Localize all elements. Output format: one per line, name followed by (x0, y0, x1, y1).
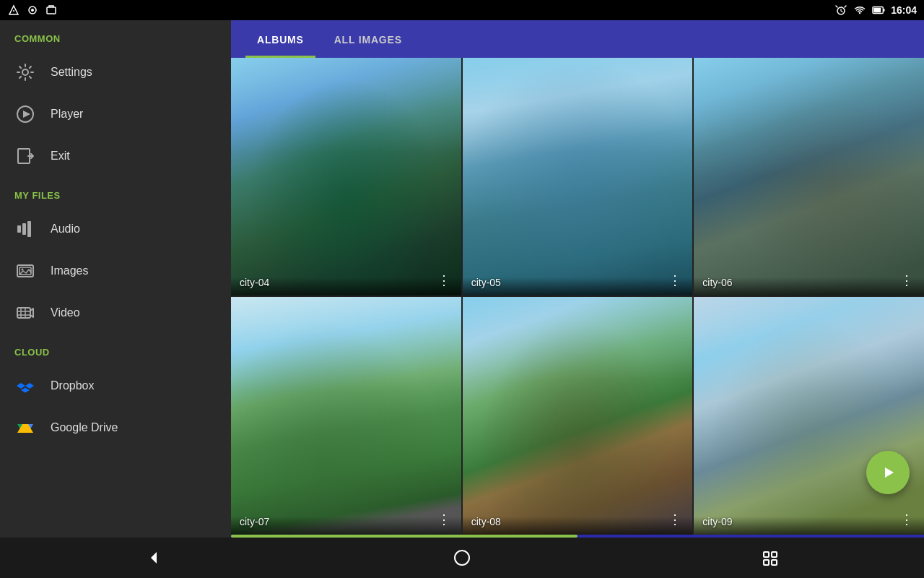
bottom-nav (0, 538, 924, 578)
section-cloud: CLOUD (0, 334, 231, 365)
photo-overlay-city05: city-05 ⋮ (463, 265, 693, 296)
tab-albums[interactable]: ALBUMS (245, 24, 315, 58)
photo-menu-btn-city04[interactable]: ⋮ (435, 272, 453, 288)
nav-back-button[interactable] (132, 543, 175, 572)
tab-bar: ALBUMS ALL IMAGES (231, 20, 924, 58)
nav-recents-button[interactable] (749, 543, 792, 572)
photo-menu-btn-city07[interactable]: ⋮ (435, 512, 453, 527)
player-label: Player (51, 108, 83, 121)
dropbox-icon (14, 375, 36, 397)
photo-label-city04: city-04 (240, 277, 269, 288)
svg-point-3 (31, 9, 34, 12)
fab-play-button[interactable] (866, 451, 910, 494)
googledrive-icon (14, 417, 36, 439)
audio-icon (14, 218, 36, 240)
scroll-indicator (231, 535, 924, 538)
photo-menu-btn-city06[interactable]: ⋮ (897, 272, 915, 288)
svg-point-1 (13, 10, 14, 12)
main-layout: COMMON Settings Player (0, 20, 924, 538)
exit-icon (14, 145, 36, 167)
photo-overlay-city08: city-08 ⋮ (463, 504, 693, 535)
sidebar-item-video[interactable]: Video (0, 292, 231, 334)
sidebar-item-exit[interactable]: Exit (0, 135, 231, 177)
content-area: ALBUMS ALL IMAGES city-04 ⋮ city-05 ⋮ (231, 20, 924, 538)
sidebar-item-googledrive[interactable]: Google Drive (0, 407, 231, 449)
images-label: Images (51, 264, 88, 277)
wifi-icon (853, 4, 866, 17)
app-icon-1 (7, 4, 20, 17)
exit-label: Exit (51, 150, 70, 163)
video-label: Video (51, 306, 80, 319)
settings-label: Settings (51, 66, 92, 79)
photo-overlay-city09: city-09 ⋮ (694, 504, 924, 535)
sidebar-item-audio[interactable]: Audio (0, 208, 231, 250)
fab-play-icon (879, 464, 897, 481)
svg-marker-11 (23, 111, 30, 118)
svg-marker-25 (151, 552, 157, 564)
player-icon (14, 103, 36, 125)
battery-icon (872, 4, 885, 17)
svg-marker-24 (885, 467, 894, 478)
svg-rect-30 (772, 560, 777, 565)
svg-rect-8 (873, 8, 881, 12)
svg-rect-29 (764, 560, 769, 565)
svg-rect-13 (17, 225, 21, 233)
sidebar: COMMON Settings Player (0, 20, 231, 538)
images-icon (14, 260, 36, 282)
photo-cell-city08[interactable]: city-08 ⋮ (463, 297, 693, 535)
photo-label-city07: city-07 (240, 516, 269, 527)
svg-point-18 (22, 269, 24, 271)
scroll-thumb (231, 535, 578, 538)
photo-label-city05: city-05 (471, 277, 501, 288)
photo-overlay-city04: city-04 ⋮ (231, 265, 461, 296)
photo-cell-city05[interactable]: city-05 ⋮ (463, 58, 693, 296)
photo-cell-city06[interactable]: city-06 ⋮ (694, 58, 924, 296)
photo-menu-btn-city05[interactable]: ⋮ (666, 272, 684, 288)
photo-label-city09: city-09 (702, 516, 732, 527)
photo-overlay-city07: city-07 ⋮ (231, 504, 461, 535)
svg-rect-4 (47, 7, 56, 14)
svg-rect-15 (27, 221, 31, 237)
photo-label-city08: city-08 (471, 516, 501, 527)
settings-icon (14, 61, 36, 83)
sidebar-item-settings[interactable]: Settings (0, 51, 231, 93)
photo-menu-btn-city09[interactable]: ⋮ (897, 512, 915, 527)
status-bar-right-icons: 16:04 (834, 4, 917, 17)
svg-point-9 (22, 69, 28, 75)
sidebar-item-player[interactable]: Player (0, 93, 231, 135)
svg-rect-28 (772, 552, 777, 557)
sidebar-item-images[interactable]: Images (0, 250, 231, 292)
photo-cell-city07[interactable]: city-07 ⋮ (231, 297, 461, 535)
dropbox-label: Dropbox (51, 379, 94, 392)
alarm-icon (834, 4, 847, 17)
audio-label: Audio (51, 223, 80, 236)
app-icon-3 (45, 4, 58, 17)
svg-rect-14 (22, 223, 26, 235)
photo-grid: city-04 ⋮ city-05 ⋮ city-06 ⋮ (231, 58, 924, 535)
photo-cell-city04[interactable]: city-04 ⋮ (231, 58, 461, 296)
photo-overlay-city06: city-06 ⋮ (694, 265, 924, 296)
svg-rect-7 (883, 9, 884, 12)
section-common: COMMON (0, 20, 231, 51)
status-bar: 16:04 (0, 0, 924, 20)
photo-menu-btn-city08[interactable]: ⋮ (666, 512, 684, 527)
tab-allimages[interactable]: ALL IMAGES (323, 24, 414, 58)
svg-rect-19 (17, 308, 30, 318)
photo-cell-city09[interactable]: city-09 ⋮ (694, 297, 924, 535)
video-icon (14, 302, 36, 324)
sidebar-item-dropbox[interactable]: Dropbox (0, 365, 231, 407)
app-icon-2 (26, 4, 39, 17)
status-bar-left-icons (7, 4, 58, 17)
svg-rect-27 (764, 552, 769, 557)
photo-label-city06: city-06 (702, 277, 732, 288)
nav-home-button[interactable] (440, 543, 484, 572)
time-display: 16:04 (891, 4, 917, 16)
section-myfiles: MY FILES (0, 177, 231, 208)
svg-point-26 (455, 551, 469, 565)
googledrive-label: Google Drive (51, 421, 118, 434)
